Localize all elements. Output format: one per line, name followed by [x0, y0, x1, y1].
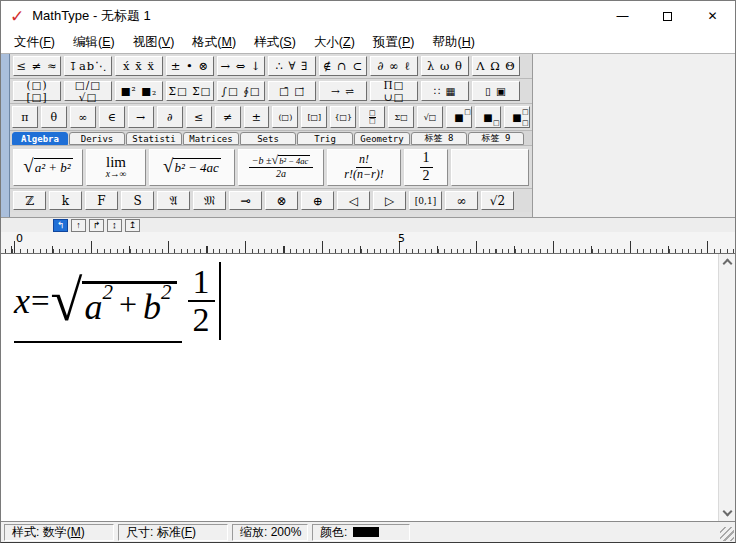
palette-operator-symbols[interactable]: ± • ⊗	[166, 56, 214, 76]
resize-grip-icon[interactable]	[720, 527, 734, 541]
tab-geometry[interactable]: Geometry	[354, 132, 410, 145]
menu-file[interactable]: 文件(F)	[5, 31, 64, 54]
palette-integral-templates[interactable]: ∫□ ∮□	[217, 81, 265, 101]
close-button[interactable]: ✕	[690, 1, 735, 31]
palette-fraction-radical-templates[interactable]: □/□ √□	[64, 81, 112, 101]
minimize-button[interactable]: —	[600, 1, 645, 31]
palette-spaces-ellipses[interactable]: ↧ab⋱	[64, 56, 112, 76]
palette-sum-templates[interactable]: Σ□ Σ□	[166, 81, 214, 101]
tab-8[interactable]: 标签 8	[411, 132, 467, 145]
button-circled-plus[interactable]: ⊕	[301, 191, 334, 210]
palette-relational-symbols[interactable]: ≤ ≠ ≈	[13, 56, 61, 76]
tab-matrices[interactable]: Matrices	[183, 132, 239, 145]
menu-help[interactable]: 帮助(H)	[423, 31, 483, 54]
button-brace-template[interactable]: {□}	[330, 106, 356, 128]
template-one-half[interactable]: 12	[404, 149, 448, 186]
button-partial[interactable]: ∂	[157, 106, 183, 128]
equation-variable-x: x	[14, 280, 30, 322]
template-quadratic-formula[interactable]: −b ±√b² − 4ac 2a	[238, 149, 324, 186]
tab-stop-center-button[interactable]: ↑	[71, 219, 86, 232]
palette-logic-symbols[interactable]: ∴ ∀ ∃	[268, 56, 316, 76]
button-element-of[interactable]: ∈	[99, 106, 125, 128]
palette-greek-uppercase[interactable]: Λ Ω Θ	[472, 56, 520, 76]
button-infinity-2[interactable]: ∞	[445, 191, 478, 210]
menu-format[interactable]: 格式(M)	[183, 31, 245, 54]
tab-statistics[interactable]: Statisti	[126, 132, 182, 145]
button-subscript-template[interactable]: ■□	[475, 106, 501, 128]
palette-matrix-templates[interactable]: ∷ ▦	[421, 81, 469, 101]
menu-preferences[interactable]: 预置(P)	[364, 31, 424, 54]
maximize-button[interactable]	[645, 1, 690, 31]
vertical-scrollbar[interactable]	[718, 254, 735, 521]
status-style: 样式: 数学(M)	[4, 524, 114, 541]
color-swatch	[353, 527, 379, 537]
tab-stop-decimal-button[interactable]: ↥	[125, 219, 140, 232]
scroll-down-icon[interactable]	[722, 507, 732, 517]
fraction-preview: n!r!(n−r)!	[344, 153, 383, 182]
tab-trig[interactable]: Trig	[297, 132, 353, 145]
button-not-equal[interactable]: ≠	[215, 106, 241, 128]
equation-editing-area[interactable]: x=√a2+b2 12	[1, 254, 735, 521]
palette-fence-templates[interactable]: (□) [□]	[13, 81, 61, 101]
button-sqrt-2[interactable]: √2	[481, 191, 514, 210]
button-fraktur-m[interactable]: 𝔐	[193, 191, 226, 210]
equation[interactable]: x=√a2+b2 12	[14, 262, 215, 340]
template-sqrt-a2-plus-b2[interactable]: √a² + b²	[13, 149, 83, 186]
menu-style[interactable]: 样式(S)	[245, 31, 305, 54]
button-letter-s[interactable]: S	[121, 191, 154, 210]
toolbar-panel: ≤ ≠ ≈ ↧ab⋱ x́ x̄ ẍ ± • ⊗ → ⇔ ↓ ∴ ∀ ∃ ∉ ∩…	[10, 54, 533, 217]
menu-view[interactable]: 视图(V)	[124, 31, 184, 54]
palette-labeled-arrow-templates[interactable]: → ⇌	[319, 81, 367, 101]
button-subsup-template[interactable]: ■□□	[504, 106, 530, 128]
button-less-equal[interactable]: ≤	[186, 106, 212, 128]
tab-algebra[interactable]: Algebra	[12, 132, 68, 145]
button-plus-minus[interactable]: ±	[244, 106, 270, 128]
template-sqrt-b2-minus-4ac[interactable]: √b² − 4ac	[149, 149, 235, 186]
button-multimap[interactable]: ⊸	[229, 191, 262, 210]
menu-size[interactable]: 大小(Z)	[305, 31, 364, 54]
button-interval-0-1[interactable]: [0,1]	[409, 191, 442, 210]
button-fraktur-a[interactable]: 𝔄	[157, 191, 190, 210]
button-pi[interactable]: π	[12, 106, 38, 128]
tab-stop-left-button[interactable]: ↰	[53, 219, 68, 232]
button-root-template[interactable]: √□	[417, 106, 443, 128]
button-paren-template[interactable]: (□)	[272, 106, 298, 128]
palette-product-set-templates[interactable]: Π□ ∪□	[370, 81, 418, 101]
palette-embellishments[interactable]: x́ x̄ ẍ	[115, 56, 163, 76]
button-triangle-left[interactable]: ◁	[337, 191, 370, 210]
button-circled-times[interactable]: ⊗	[265, 191, 298, 210]
toolbar-grab-strip[interactable]	[1, 54, 10, 217]
button-sum-template[interactable]: Σ□	[388, 106, 414, 128]
ruler-label-5: 5	[398, 232, 405, 245]
template-limit[interactable]: limx→∞	[86, 149, 146, 186]
palette-set-theory-symbols[interactable]: ∉ ∩ ⊂	[319, 56, 367, 76]
palette-box-templates[interactable]: ▯ ▣	[472, 81, 520, 101]
button-letter-f[interactable]: F	[85, 191, 118, 210]
radicand: a2+b2	[82, 281, 176, 328]
button-theta[interactable]: θ	[41, 106, 67, 128]
palette-arrow-symbols[interactable]: → ⇔ ↓	[217, 56, 265, 76]
scroll-up-icon[interactable]	[722, 259, 732, 269]
tab-stop-right-button[interactable]: ↱	[89, 219, 104, 232]
palette-subscript-superscript-templates[interactable]: ■² ■₂	[115, 81, 163, 101]
template-binomial-ratio[interactable]: n!r!(n−r)!	[327, 149, 401, 186]
tab-9[interactable]: 标签 9	[468, 132, 524, 145]
button-right-arrow[interactable]: →	[128, 106, 154, 128]
button-blackboard-z[interactable]: ℤ	[13, 191, 46, 210]
button-fraction-template[interactable]: □□	[359, 106, 385, 128]
ruler[interactable]: 0 5	[1, 232, 735, 254]
palette-greek-lowercase[interactable]: λ ω θ	[421, 56, 469, 76]
tab-derivs[interactable]: Derivs	[69, 132, 125, 145]
minimize-icon: —	[617, 9, 629, 23]
button-letter-k[interactable]: k	[49, 191, 82, 210]
button-triangle-right[interactable]: ▷	[373, 191, 406, 210]
palette-misc-symbols[interactable]: ∂ ∞ ℓ	[370, 56, 418, 76]
button-superscript-template[interactable]: ■□	[446, 106, 472, 128]
tab-sets[interactable]: Sets	[240, 132, 296, 145]
menu-edit[interactable]: 编辑(E)	[64, 31, 124, 54]
button-infinity[interactable]: ∞	[70, 106, 96, 128]
button-bracket-template[interactable]: [□]	[301, 106, 327, 128]
small-symbol-bar: π θ ∞ ∈ → ∂ ≤ ≠ ± (□) [□] {□} □□ Σ□ √□ ■…	[10, 104, 532, 131]
tab-stop-relational-button[interactable]: ↨	[107, 219, 122, 232]
palette-underbar-overbar-templates[interactable]: □̄ □⃗	[268, 81, 316, 101]
